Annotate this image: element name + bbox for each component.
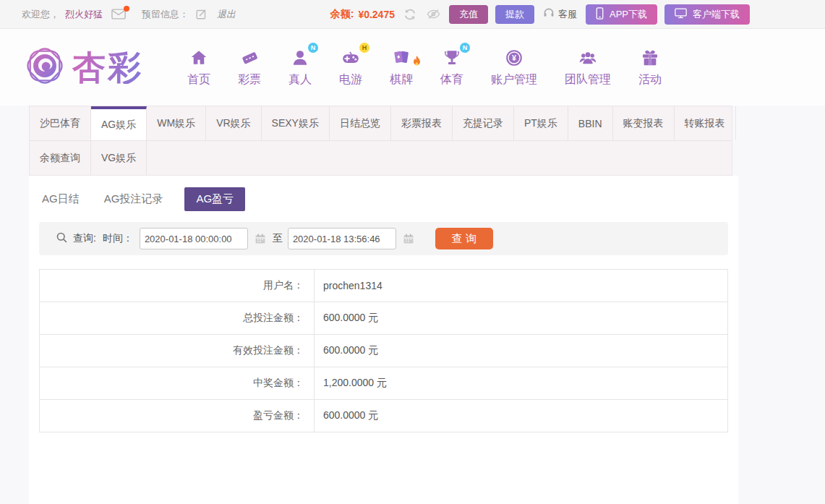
time-label: 时间： — [103, 232, 133, 245]
hot-badge: H — [359, 43, 369, 53]
recharge-button[interactable]: 充值 — [449, 5, 488, 24]
gift-icon — [641, 47, 659, 67]
new-badge: N — [308, 43, 318, 53]
row-label: 用户名： — [40, 270, 315, 302]
team-icon — [578, 47, 598, 67]
nav-label: 团队管理 — [565, 72, 611, 87]
new-badge: N — [460, 43, 470, 53]
live-person-icon: N — [291, 47, 309, 67]
row-label: 总投注金额： — [40, 302, 315, 334]
table-row: 有效投注金额： 600.0000 元 — [40, 335, 727, 367]
nav-item-home[interactable]: 首页 — [187, 47, 210, 87]
end-time-input[interactable] — [288, 228, 396, 249]
nav-label: 活动 — [638, 72, 662, 87]
query-bar: 查询: 时间： 至 查 询 — [39, 222, 728, 255]
brand-logo[interactable]: 杏彩 — [24, 45, 174, 90]
topbar-left: 欢迎您， 烈火好猛 预留信息： 退出 — [22, 8, 236, 21]
tab-bbin[interactable]: BBIN — [568, 106, 613, 140]
app-download-label: APP下载 — [610, 8, 647, 21]
hide-balance-icon[interactable] — [427, 9, 440, 20]
customer-service-icon — [543, 7, 555, 21]
table-row: 总投注金额： 600.0000 元 — [40, 302, 727, 335]
subtab-ag-bet-records[interactable]: AG投注记录 — [101, 187, 166, 211]
report-tabs-row-1: 沙巴体育 AG娱乐 WM娱乐 VR娱乐 SEXY娱乐 日结总览 彩票报表 充提记… — [30, 106, 732, 140]
tab-pt-entertainment[interactable]: PT娱乐 — [514, 106, 568, 140]
nav-item-boardgames[interactable]: 棋牌 — [390, 47, 413, 87]
tab-vr-entertainment[interactable]: VR娱乐 — [206, 106, 261, 140]
table-row: 盈亏金额： 600.0000 元 — [40, 400, 727, 432]
subtab-ag-profit-loss[interactable]: AG盈亏 — [184, 187, 245, 211]
refresh-icon[interactable] — [403, 8, 416, 21]
nav-item-promotions[interactable]: 活动 — [638, 47, 662, 87]
monitor-icon — [675, 8, 687, 21]
cards-icon — [392, 47, 411, 67]
mail-icon[interactable] — [111, 9, 126, 20]
tab-account-change-report[interactable]: 账变报表 — [613, 106, 675, 140]
app-download-button[interactable]: APP下载 — [586, 4, 657, 25]
report-tabs-row-2: 余额查询 VG娱乐 — [30, 140, 732, 175]
notification-dot — [124, 6, 129, 12]
search-icon — [56, 231, 68, 246]
ticket-icon — [240, 47, 260, 67]
nav-item-live[interactable]: N 真人 — [288, 47, 312, 87]
start-time-input[interactable] — [140, 228, 248, 249]
withdraw-button[interactable]: 提款 — [495, 5, 534, 24]
nav-label: 体育 — [440, 72, 463, 87]
welcome-text: 欢迎您， — [22, 8, 59, 21]
report-tabs: 沙巴体育 AG娱乐 WM娱乐 VR娱乐 SEXY娱乐 日结总览 彩票报表 充提记… — [29, 106, 732, 176]
nav-label: 彩票 — [238, 72, 261, 87]
edit-icon[interactable] — [196, 9, 207, 20]
customer-service-label: 客服 — [558, 8, 577, 21]
nav-label: 电游 — [339, 72, 362, 87]
nav-item-team[interactable]: 团队管理 — [565, 47, 611, 87]
tab-sexy-entertainment[interactable]: SEXY娱乐 — [262, 106, 330, 140]
nav-item-egames[interactable]: H 电游 — [339, 47, 362, 87]
fire-badge-icon — [411, 55, 422, 71]
topbar: 欢迎您， 烈火好猛 预留信息： 退出 余额: ¥0.2475 充值 提款 — [0, 0, 825, 29]
calendar-icon[interactable] — [403, 233, 414, 244]
content-panel: AG日结 AG投注记录 AG盈亏 查询: 时间： 至 查 询 用户名： — [29, 176, 738, 504]
tab-balance-inquiry[interactable]: 余额查询 — [30, 141, 91, 175]
nav-label: 真人 — [288, 72, 312, 87]
tab-lottery-report[interactable]: 彩票报表 — [391, 106, 453, 140]
nav-item-lottery[interactable]: 彩票 — [238, 47, 261, 87]
row-value: 600.0000 元 — [315, 335, 378, 367]
reserved-info-label: 预留信息： — [142, 8, 189, 21]
nav-item-sports[interactable]: N 体育 — [440, 47, 463, 87]
profit-loss-table: 用户名： prochen1314 总投注金额： 600.0000 元 有效投注金… — [39, 269, 728, 432]
tab-transfer-report[interactable]: 转账报表 — [675, 106, 736, 140]
client-download-label: 客户端下载 — [693, 8, 740, 21]
sub-tabs: AG日结 AG投注记录 AG盈亏 — [39, 187, 738, 211]
logout-link[interactable]: 退出 — [217, 8, 236, 21]
gamepad-icon: H — [341, 47, 361, 67]
svg-text:¥: ¥ — [512, 54, 516, 62]
account-coin-icon: ¥ — [505, 47, 523, 67]
main-nav: 首页 彩票 N 真人 H 电游 — [187, 47, 662, 87]
tab-deposit-withdraw-records[interactable]: 充提记录 — [453, 106, 514, 140]
page: 欢迎您， 烈火好猛 预留信息： 退出 余额: ¥0.2475 充值 提款 — [0, 0, 825, 504]
calendar-icon[interactable] — [255, 233, 266, 244]
tab-shaba-sports[interactable]: 沙巴体育 — [30, 106, 91, 140]
row-value: 600.0000 元 — [315, 400, 378, 432]
balance-label: 余额: — [330, 8, 354, 21]
client-download-button[interactable]: 客户端下载 — [664, 4, 750, 25]
subtab-ag-daily[interactable]: AG日结 — [39, 187, 82, 211]
home-icon — [189, 47, 208, 67]
row-label: 有效投注金额： — [40, 335, 315, 367]
tab-vg-entertainment[interactable]: VG娱乐 — [91, 141, 147, 175]
trophy-icon: N — [443, 47, 461, 67]
nav-item-account[interactable]: ¥ 账户管理 — [491, 47, 537, 87]
customer-service-link[interactable]: 客服 — [543, 7, 577, 21]
row-value: 600.0000 元 — [315, 302, 378, 334]
query-submit-button[interactable]: 查 询 — [435, 228, 493, 249]
nav-label: 账户管理 — [491, 72, 537, 87]
nav-label: 棋牌 — [390, 72, 413, 87]
tab-ag-entertainment[interactable]: AG娱乐 — [91, 106, 147, 140]
nav-label: 首页 — [187, 72, 210, 87]
balance-value: ¥0.2475 — [358, 9, 395, 20]
row-label: 盈亏金额： — [40, 400, 315, 432]
topbar-right: 余额: ¥0.2475 充值 提款 客服 APP下载 — [330, 4, 750, 25]
tab-wm-entertainment[interactable]: WM娱乐 — [147, 106, 206, 140]
tab-daily-summary[interactable]: 日结总览 — [330, 106, 391, 140]
row-label: 中奖金额： — [40, 367, 315, 399]
